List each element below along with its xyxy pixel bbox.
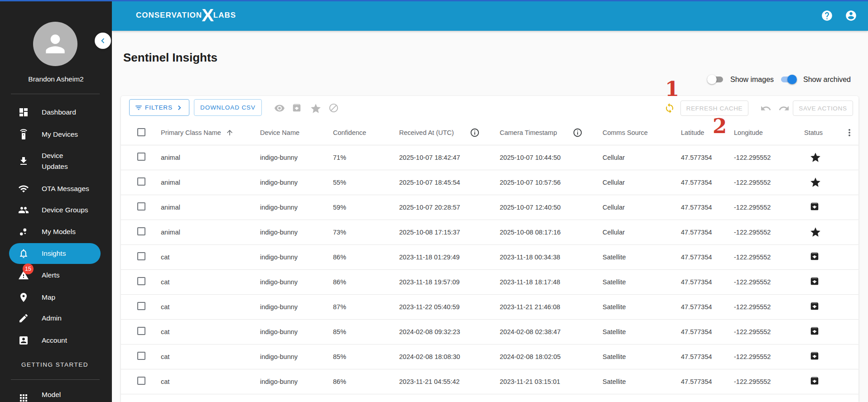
column-header-longitude[interactable]: Longitude — [734, 120, 763, 145]
cell-primary-class-name: cat — [161, 369, 256, 394]
page-title: Sentinel Insights — [123, 51, 217, 65]
cell-confidence: 86% — [333, 369, 392, 394]
cell-confidence: 71% — [333, 145, 392, 170]
sidebar-item-map[interactable]: Map — [9, 287, 101, 308]
row-checkbox[interactable] — [137, 377, 145, 385]
row-checkbox[interactable] — [137, 252, 145, 260]
sidebar-item-label: Device Groups — [42, 205, 88, 215]
sidebar-item-admin[interactable]: Admin — [9, 307, 101, 329]
row-checkbox[interactable] — [137, 153, 145, 161]
row-checkbox[interactable] — [137, 277, 145, 285]
archive-icon[interactable] — [810, 251, 821, 263]
map-pin-icon — [18, 292, 29, 303]
show-images-toggle[interactable] — [707, 75, 724, 84]
select-all-checkbox[interactable] — [137, 128, 145, 136]
cell-primary-class-name: cat — [161, 319, 256, 344]
row-checkbox[interactable] — [137, 302, 145, 310]
column-header-received-at[interactable]: Received At (UTC) — [399, 120, 454, 145]
sidebar-item-ota-messages[interactable]: OTA Messages — [9, 178, 101, 200]
cell-received-at: 2023-11-18 19:57:09 — [399, 269, 494, 294]
account-circle-icon[interactable] — [845, 10, 857, 22]
sidebar-item-device-groups[interactable]: Device Groups — [9, 199, 101, 221]
help-icon[interactable] — [821, 10, 833, 22]
sidebar-item-model[interactable]: Model — [9, 384, 101, 402]
show-archived-toggle[interactable] — [780, 75, 797, 84]
cell-longitude: -122.295552 — [734, 369, 797, 394]
sidebar-item-device-updates[interactable]: Device Updates — [9, 145, 101, 177]
table-row: catindigo-bunny86%2023-11-21 04:55:42202… — [121, 369, 858, 394]
archive-icon[interactable] — [810, 326, 821, 337]
show-archived-label: Show archived — [803, 76, 851, 84]
column-header-latitude[interactable]: Latitude — [681, 120, 704, 145]
cell-comms-source: Cellular — [603, 170, 675, 195]
cell-confidence: 59% — [333, 195, 392, 220]
sidebar-item-my-devices[interactable]: My Devices — [9, 124, 101, 145]
save-actions-button[interactable]: SAVE ACTIONS — [793, 100, 853, 116]
star-icon[interactable] — [810, 177, 821, 188]
undo-icon[interactable] — [760, 103, 771, 114]
table-body: animalindigo-bunny71%2025-10-07 18:42:47… — [121, 145, 858, 402]
logo-text-labs: LABS — [213, 11, 236, 20]
bell-icon — [18, 248, 29, 259]
archive-icon[interactable] — [292, 103, 303, 114]
star-icon[interactable] — [310, 103, 321, 114]
column-header-comms-source[interactable]: Comms Source — [603, 120, 648, 145]
star-icon[interactable] — [810, 152, 821, 163]
annotation-2: 2 — [713, 116, 727, 136]
column-header-confidence[interactable]: Confidence — [333, 120, 366, 145]
cell-primary-class-name: cat — [161, 269, 256, 294]
block-icon[interactable] — [328, 103, 339, 114]
row-checkbox[interactable] — [137, 227, 145, 235]
cell-device-name: indigo-bunny — [260, 319, 328, 344]
filters-button-label: FILTERS — [145, 104, 173, 111]
cell-received-at: 2025-10-07 18:42:47 — [399, 145, 494, 170]
cell-longitude: -122.295552 — [734, 170, 797, 195]
column-header-status[interactable]: Status — [804, 120, 823, 145]
sidebar-item-my-models[interactable]: My Models — [9, 221, 101, 243]
row-checkbox[interactable] — [137, 327, 145, 335]
refresh-cache-button[interactable]: REFRESH CACHE — [680, 100, 748, 116]
archive-icon[interactable] — [810, 276, 821, 287]
cell-latitude: 47.577354 — [681, 369, 731, 394]
row-checkbox[interactable] — [137, 352, 145, 360]
eye-icon[interactable] — [274, 103, 285, 114]
sidebar-item-alerts[interactable]: 15Alerts — [9, 264, 101, 286]
table-header: Primary Class Name Device Name Confidenc… — [121, 120, 858, 145]
sidebar-divider — [11, 94, 100, 94]
cell-longitude: -122.295552 — [734, 344, 797, 369]
cell-comms-source: Satellite — [603, 294, 675, 319]
cell-comms-source: Satellite — [603, 344, 675, 369]
cell-device-name: indigo-bunny — [260, 369, 328, 394]
archive-icon[interactable] — [810, 351, 821, 362]
sidebar-item-insights[interactable]: Insights — [9, 243, 101, 264]
sidebar-collapse-button[interactable] — [95, 33, 111, 49]
more-vert-icon[interactable] — [844, 127, 855, 138]
sort-ascending-icon[interactable] — [226, 129, 234, 137]
info-icon[interactable] — [573, 128, 583, 138]
cell-latitude: 47.577354 — [681, 244, 731, 269]
cell-comms-source: Cellular — [603, 220, 675, 244]
table-row: animalindigo-bunny59%2025-10-07 20:28:57… — [121, 195, 858, 220]
column-header-device-name[interactable]: Device Name — [260, 120, 299, 145]
sidebar-item-dashboard[interactable]: Dashboard — [9, 101, 101, 123]
sync-icon[interactable] — [664, 103, 675, 114]
cell-comms-source: Cellular — [603, 195, 675, 220]
row-checkbox[interactable] — [137, 202, 145, 211]
info-icon[interactable] — [470, 128, 480, 138]
column-header-primary-class-name[interactable]: Primary Class Name — [161, 120, 234, 145]
filters-button[interactable]: FILTERS — [129, 99, 189, 116]
download-csv-button[interactable]: DOWNLOAD CSV — [194, 99, 262, 116]
archive-icon[interactable] — [810, 376, 821, 387]
redo-icon[interactable] — [778, 103, 789, 114]
archive-icon[interactable] — [810, 201, 821, 213]
row-checkbox[interactable] — [137, 177, 145, 186]
archive-icon[interactable] — [810, 301, 821, 312]
annotation-1: 1 — [665, 79, 679, 99]
filter-list-icon — [135, 104, 143, 112]
column-header-camera-timestamp[interactable]: Camera Timestamp — [500, 120, 557, 145]
sidebar-item-account[interactable]: Account — [9, 330, 101, 351]
cell-confidence: 85% — [333, 319, 392, 344]
star-icon[interactable] — [810, 226, 821, 238]
cell-longitude: -122.295552 — [734, 269, 797, 294]
cell-received-at: 2024-02-08 18:08:30 — [399, 344, 494, 369]
